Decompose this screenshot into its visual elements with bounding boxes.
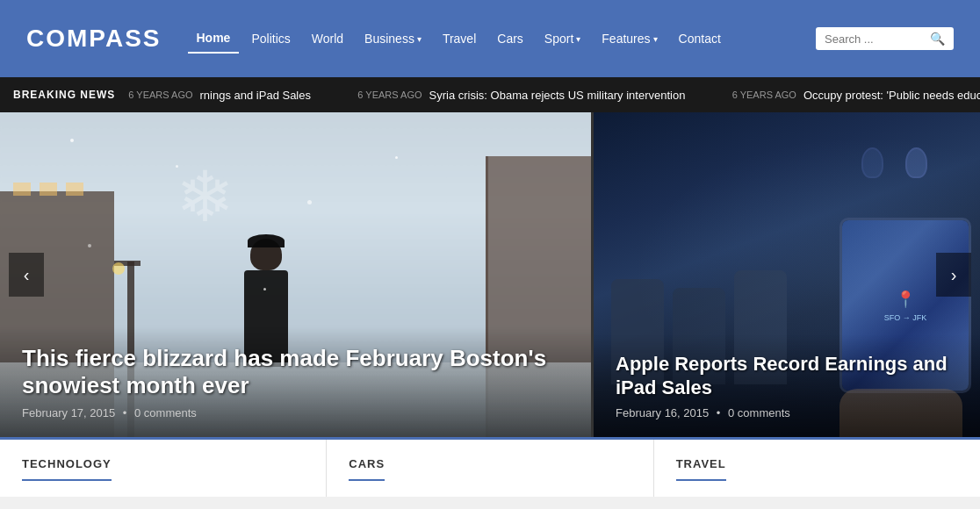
nav-item-features[interactable]: Features ▾ (593, 25, 666, 53)
breaking-news-item-2[interactable]: 6 YEARS AGO Syria crisis: Obama rejects … (357, 89, 685, 102)
slide-2-date: February 16, 2015 (616, 406, 709, 419)
lamp-light (112, 262, 125, 275)
slide-2-dot: • (717, 406, 724, 419)
site-logo[interactable]: COMPASS (26, 25, 162, 53)
hero-slider: ‹ (0, 112, 980, 437)
nav-item-travel[interactable]: Travel (434, 25, 485, 53)
header: COMPASS Home Politics World Business ▾ T… (0, 0, 980, 77)
breaking-time-2: 6 YEARS AGO (357, 90, 422, 100)
breaking-news-item-3[interactable]: 6 YEARS AGO Occupy protest: 'Public need… (732, 89, 980, 102)
main-nav: Home Politics World Business ▾ Travel Ca… (188, 24, 817, 54)
slide-2-comments[interactable]: 0 comments (728, 406, 790, 419)
snow-5 (88, 244, 91, 247)
sport-chevron: ▾ (576, 34, 580, 44)
nav-item-politics[interactable]: Politics (242, 25, 299, 53)
nav-item-contact[interactable]: Contact (670, 25, 730, 53)
breaking-text-3: Occupy protest: 'Public needs educating' (803, 89, 980, 102)
slide-1-meta: February 17, 2015 • 0 comments (22, 406, 569, 419)
window-2 (40, 183, 57, 196)
categories-bar: TECHNOLOGY CARS TRAVEL (0, 437, 980, 497)
nav-item-business[interactable]: Business ▾ (356, 25, 430, 53)
business-chevron: ▾ (417, 34, 422, 44)
category-cars-label: CARS (349, 457, 385, 481)
nav-item-cars[interactable]: Cars (488, 25, 532, 53)
breaking-news-label: BREAKING NEWS (0, 89, 128, 101)
nav-item-home[interactable]: Home (188, 24, 240, 54)
category-technology[interactable]: TECHNOLOGY (0, 440, 327, 497)
slide-1-date: February 17, 2015 (22, 406, 115, 419)
snow-6 (263, 288, 266, 290)
nav-item-sport[interactable]: Sport ▾ (536, 25, 589, 53)
snow-4 (395, 156, 398, 159)
snow-1 (70, 139, 74, 142)
slider-next-button[interactable]: › (936, 253, 971, 297)
category-cars[interactable]: CARS (327, 440, 653, 497)
slide-2-title[interactable]: Apple Reports Record Earnings and iPad S… (616, 353, 958, 399)
slider-prev-button[interactable]: ‹ (9, 253, 44, 297)
breaking-separator-1 (328, 87, 340, 103)
person-head (250, 239, 282, 270)
nav-item-world[interactable]: World (303, 25, 352, 53)
slide-divider (591, 112, 594, 437)
breaking-time-1: 6 YEARS AGO (128, 90, 192, 100)
slide-1-title[interactable]: This fierce blizzard has made February B… (22, 345, 569, 399)
slide-2-meta: February 16, 2015 • 0 comments (616, 406, 958, 419)
category-technology-label: TECHNOLOGY (22, 457, 112, 481)
snow-3 (307, 200, 312, 204)
window-3 (66, 183, 83, 196)
breaking-text-1: rnings and iPad Sales (200, 89, 311, 102)
breaking-text-2: Syria crisis: Obama rejects US military … (429, 89, 686, 102)
search-icon[interactable]: 🔍 (930, 32, 945, 46)
breaking-news-item-1[interactable]: 6 YEARS AGO rnings and iPad Sales (128, 89, 311, 102)
breaking-time-3: 6 YEARS AGO (732, 90, 796, 100)
breaking-news-items: 6 YEARS AGO rnings and iPad Sales 6 YEAR… (128, 87, 980, 103)
breaking-news-bar: BREAKING NEWS 6 YEARS AGO rnings and iPa… (0, 77, 980, 112)
search-box[interactable]: 🔍 (816, 27, 954, 50)
category-travel[interactable]: TRAVEL (654, 440, 980, 497)
breaking-separator-2 (703, 87, 714, 103)
slide-1-caption: This fierce blizzard has made February B… (0, 327, 591, 437)
slide-1-comments[interactable]: 0 comments (134, 406, 197, 419)
snow-2 (176, 165, 178, 168)
slide-blizzard[interactable]: This fierce blizzard has made February B… (0, 112, 591, 437)
slide-2-caption: Apple Reports Record Earnings and iPad S… (594, 335, 980, 437)
features-chevron: ▾ (653, 34, 658, 44)
slide-airplane[interactable]: 📍 SFO → JFK Apple Reports Record Earning… (594, 112, 980, 437)
search-input[interactable] (825, 32, 930, 46)
category-travel-label: TRAVEL (676, 457, 726, 481)
window-1 (13, 183, 31, 196)
slide-1-dot: • (123, 406, 130, 419)
person-hood (248, 234, 285, 247)
